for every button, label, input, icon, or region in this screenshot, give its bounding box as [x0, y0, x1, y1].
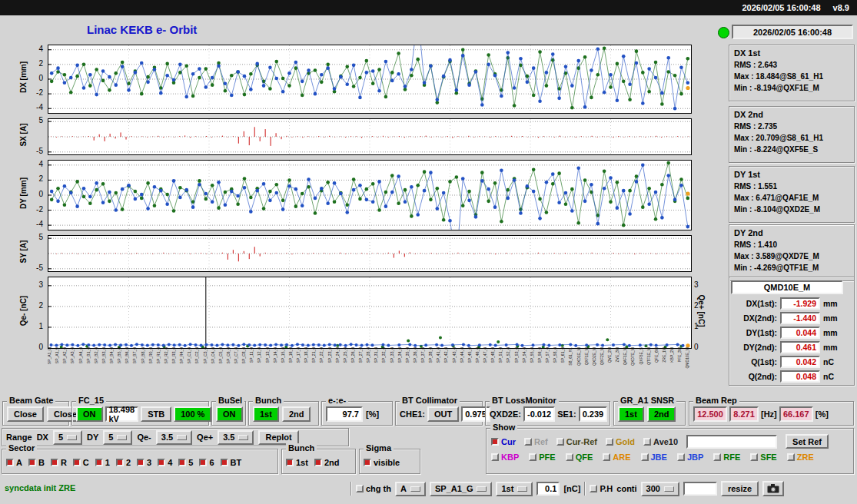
- checkbox-pfe[interactable]: PFE: [529, 453, 555, 462]
- device-select[interactable]: SP_A1_G: [430, 482, 493, 496]
- fc15-on-button[interactable]: ON: [76, 406, 103, 422]
- interval-select[interactable]: 300: [641, 482, 679, 496]
- checkbox-rfe[interactable]: RFE: [713, 453, 740, 462]
- bunch-2nd-button[interactable]: 2nd: [282, 406, 311, 422]
- x-axis-label: SP_31_4: [374, 347, 379, 363]
- y-tick-label: 1: [694, 322, 709, 330]
- x-axis-label: SP_14_4: [274, 347, 278, 363]
- titlebar-datetime: 2026/02/05 16:00:48: [742, 3, 820, 12]
- checkbox-indicator: [28, 459, 36, 466]
- bunch-select[interactable]: 1st: [496, 482, 533, 496]
- x-axis-label: QFE_6M: [655, 347, 659, 363]
- checkbox-cur[interactable]: Cur: [491, 437, 516, 446]
- bunch-select-group: Bunch 1st2nd: [281, 449, 356, 474]
- screenshot-button[interactable]: [762, 481, 784, 496]
- x-axis-label: SP_B4_4: [110, 347, 115, 363]
- checkbox-b[interactable]: B: [28, 458, 45, 467]
- x-axis-label: QXF1E_M: [585, 347, 590, 365]
- stats-rms: RMS : 1.410: [734, 239, 849, 250]
- checkbox-4[interactable]: 4: [158, 458, 172, 467]
- threshold-unit: [nC]: [563, 484, 580, 493]
- checkbox-jbp[interactable]: JBP: [677, 453, 703, 462]
- checkbox-1st[interactable]: 1st: [286, 458, 308, 467]
- dx-2nd-stats: DX 2nd RMS : 2.735 Max : 20.709@S8_61_H1…: [729, 106, 855, 163]
- sx-axis-label: SX [A]: [19, 104, 28, 166]
- checkbox-6[interactable]: 6: [199, 458, 214, 467]
- x-axis-label: KBP_2M: [670, 347, 675, 363]
- checkbox-label: C: [83, 458, 89, 467]
- bpm-row-label: Q(2nd):: [734, 372, 777, 381]
- x-axis-label: SP_32_4: [382, 347, 387, 363]
- range-qe-minus-select[interactable]: 3.5: [156, 430, 192, 445]
- x-axis-label: QVE_2M: [608, 347, 613, 363]
- checkbox-indicator: [137, 459, 144, 466]
- checkbox-ref[interactable]: Ref: [524, 437, 548, 446]
- checkbox-zre[interactable]: ZRE: [787, 453, 814, 462]
- checkbox-kbp[interactable]: KBP: [491, 453, 519, 462]
- resize-button[interactable]: resize: [721, 481, 759, 496]
- checkbox-1[interactable]: 1: [95, 458, 110, 467]
- checkbox-label: 2nd: [324, 458, 340, 467]
- set-ref-button[interactable]: Set Ref: [786, 434, 829, 449]
- x-axis-label: SP_18_4: [304, 347, 309, 363]
- checkbox-label: R: [61, 458, 67, 467]
- checkbox-cur-ref[interactable]: Cur-Ref: [556, 437, 597, 446]
- x-axis-label: PFE_3M: [678, 347, 683, 362]
- range-qe-plus-value: 3.5: [223, 433, 234, 442]
- stats-title: DY 1st: [734, 168, 849, 181]
- reference-file-input[interactable]: [686, 435, 777, 449]
- bpm-row-unit: nC: [823, 372, 834, 381]
- checkbox-qfe[interactable]: QFE: [566, 453, 593, 462]
- title-bar: 2026/02/05 16:00:48 v8.9: [0, 0, 857, 15]
- option-menu-icon: [410, 486, 420, 492]
- x-axis-label: QXD1E_M: [577, 347, 582, 366]
- bt-collimator-title: BT Collimator: [400, 396, 460, 406]
- x-axis-label: SP_48_4: [491, 347, 496, 363]
- range-dy-select[interactable]: 5: [103, 430, 132, 445]
- x-axis-label: SP_43_4: [453, 347, 457, 363]
- checkbox-3[interactable]: 3: [137, 458, 151, 467]
- range-qe-minus-value: 3.5: [161, 433, 173, 442]
- threshold-input[interactable]: [536, 482, 560, 496]
- fc15-stb-button[interactable]: STB: [141, 406, 171, 422]
- checkbox-are[interactable]: ARE: [603, 453, 630, 462]
- gr-snsr-1st-button[interactable]: 1st: [618, 406, 644, 422]
- checkbox-5[interactable]: 5: [178, 458, 193, 467]
- checkbox-ave10[interactable]: Ave10: [643, 437, 678, 446]
- checkbox-indicator: [606, 438, 613, 446]
- range-dx-select[interactable]: 5: [53, 430, 82, 445]
- checkbox-2nd[interactable]: 2nd: [314, 458, 340, 467]
- checkbox-a[interactable]: A: [6, 458, 22, 467]
- checkbox-2[interactable]: 2: [116, 458, 131, 467]
- bpm-row-label: Q(1st):: [734, 357, 777, 366]
- beam-gate-close1-button[interactable]: Close: [7, 406, 44, 422]
- range-qe-plus-select[interactable]: 3.5: [218, 430, 254, 445]
- checkbox-r[interactable]: R: [51, 458, 67, 467]
- checkbox-visible[interactable]: visible: [364, 458, 400, 467]
- y-tick-label: 1: [28, 322, 43, 330]
- bunch-1st-button[interactable]: 1st: [253, 406, 279, 422]
- x-axis-label: SP_53_4: [515, 347, 520, 363]
- x-axis-label: SP_34_4: [398, 347, 403, 363]
- checkbox-indicator: [491, 453, 499, 461]
- qxd2e-readout: -0.012: [523, 406, 555, 422]
- x-axis-label: QXF2E_M: [600, 347, 605, 365]
- checkbox-sfe[interactable]: SFE: [750, 453, 776, 462]
- busel-on-button[interactable]: ON: [216, 406, 243, 422]
- checkbox-ph[interactable]: P.H: [590, 484, 613, 493]
- status-led: [718, 27, 729, 38]
- sector-select[interactable]: A: [395, 482, 426, 496]
- sy-axis-label: SY [A]: [19, 221, 28, 283]
- gr-snsr-2nd-button[interactable]: 2nd: [647, 406, 676, 422]
- replot-button[interactable]: Replot: [258, 430, 298, 445]
- extra-input[interactable]: [683, 482, 717, 496]
- checkbox-jbe[interactable]: JBE: [641, 453, 667, 462]
- checkbox-label: KBP: [501, 453, 519, 462]
- checkbox-chg-th[interactable]: chg th: [356, 484, 391, 493]
- checkbox-gold[interactable]: Gold: [606, 437, 635, 446]
- checkbox-bt[interactable]: BT: [221, 458, 242, 467]
- checkbox-indicator: [95, 459, 103, 466]
- bpm-row-unit: mm: [823, 343, 838, 352]
- checkbox-label: JBE: [651, 453, 667, 462]
- checkbox-c[interactable]: C: [73, 458, 89, 467]
